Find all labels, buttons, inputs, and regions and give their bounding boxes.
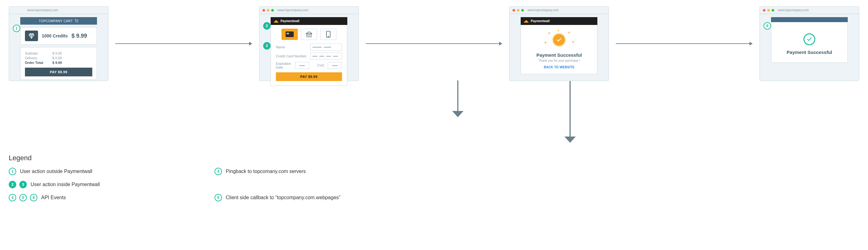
legend-badge-3: 3 (19, 181, 27, 188)
window-success: www.topcompany.com ◢◣ Paymentwall Paymen… (509, 6, 609, 81)
success-scene (526, 31, 592, 49)
diamond-icon (25, 31, 38, 41)
traffic-light-yellow-icon (267, 9, 269, 11)
step-badge-6: 6 (764, 22, 771, 30)
cart-icon (74, 19, 78, 23)
title-bar: www.topcompany.com (760, 6, 859, 14)
legend-badge-4: 4 (215, 168, 222, 175)
pay-amber-button[interactable]: PAY $9.99 (276, 72, 342, 81)
window-payment-form: www.topcompany.com 2 3 ◢◣ Paymentwall Na… (259, 6, 359, 81)
paymentwall-bar: ◢◣ Paymentwall (271, 17, 347, 25)
traffic-light-yellow-icon (517, 9, 520, 11)
traffic-light-red-icon (262, 9, 265, 11)
bank-icon (306, 31, 312, 37)
paymentwall-brand: Paymentwall (281, 19, 300, 23)
success-body: Payment Successful Thank you for your pu… (521, 25, 597, 74)
legend-heading: Legend (9, 154, 859, 162)
method-card[interactable] (282, 29, 298, 40)
order-total-value: $ 9.99 (52, 61, 62, 65)
window-url: www.topcompany.com (528, 8, 558, 12)
arrow-2-to-3 (366, 42, 503, 45)
success-subtitle: Thank you for your purchase ! (526, 59, 592, 62)
legend-badge-4b: 4 (9, 194, 16, 201)
cc-label: Credit Card Number (276, 54, 307, 58)
title-bar: www.topcompany.com (259, 6, 359, 14)
name-field[interactable] (310, 44, 342, 51)
sparkle-icon (558, 30, 559, 31)
legend-badge-5b: 5 (19, 194, 27, 201)
traffic-light-green-icon (772, 9, 774, 11)
svg-point-3 (328, 36, 329, 37)
window-url: www.topcompany.com (778, 8, 809, 12)
order-total-label: Order Total (25, 61, 45, 65)
traffic-light-red-icon (513, 9, 515, 11)
traffic-light-green-icon (521, 9, 524, 11)
cvc-label: CVC (317, 64, 324, 67)
svg-rect-2 (327, 31, 330, 37)
sparkle-icon (548, 32, 550, 34)
credit-card-icon (286, 31, 294, 37)
confirmation-body: Payment Successful (771, 22, 848, 63)
delivery-value: $ 0.00 (52, 56, 62, 60)
product-price: $ 9.99 (71, 33, 87, 39)
window-url: www.topcompany.com (27, 8, 58, 12)
check-outline-icon (803, 33, 815, 45)
exp-field[interactable] (295, 62, 309, 69)
sparkle-icon (572, 41, 574, 43)
legend-badge-2: 2 (9, 181, 16, 188)
legend-badge-5: 5 (215, 194, 222, 201)
product-name: 1000 Credits (42, 33, 68, 38)
subtotal-value: $ 9.99 (52, 52, 62, 55)
product-card: 1000 Credits $ 9.99 (20, 27, 97, 44)
cart-header-label: TOPCOMPANY CART (39, 19, 73, 23)
check-circle-icon (553, 34, 565, 46)
paymentwall-bar: ◢◣ Paymentwall (521, 17, 597, 25)
paymentwall-logo-icon: ◢◣ (274, 19, 279, 23)
paymentwall-logo-icon: ◢◣ (524, 19, 529, 23)
legend: Legend 1 User action outside Paymentwall… (9, 154, 859, 201)
arrow-3-to-4 (616, 42, 753, 45)
sparkle-icon (545, 42, 546, 44)
flow-stage: www.topcompany.com 1 TOPCOMPANY CART 100… (9, 6, 859, 81)
title-bar: www.topcompany.com (9, 6, 108, 14)
svg-point-1 (78, 22, 78, 23)
window-cart: www.topcompany.com 1 TOPCOMPANY CART 100… (9, 6, 108, 81)
window-confirmation: www.topcompany.com 6 Payment Successful (760, 6, 859, 81)
legend-text-2: User action inside Paymentwall (31, 182, 100, 187)
name-label: Name (276, 45, 307, 49)
legend-text-3: API Events (41, 195, 66, 200)
subtotal-label: Subtotal (25, 52, 45, 55)
cvc-field[interactable] (328, 62, 342, 69)
traffic-light-yellow-icon (767, 9, 770, 11)
topcompany-header (771, 17, 848, 22)
traffic-light-green-icon (271, 9, 274, 11)
legend-text-4: Pingback to topcomany.com servers (226, 169, 306, 174)
paymentwall-brand: Paymentwall (531, 19, 550, 23)
legend-text-1: User action outside Paymentwall (20, 169, 92, 174)
delivery-label: Delivery (25, 56, 45, 60)
legend-text-5: Client side callback to “topcompany.com.… (226, 195, 340, 200)
paymentwall-body: Name Credit Card Number Expiration Date … (271, 25, 347, 86)
cart-header: TOPCOMPANY CART (20, 17, 97, 25)
totals-card: Subtotal$ 9.99 Delivery$ 0.00 Order Tota… (20, 47, 97, 80)
pay-button[interactable]: PAY $9.99 (25, 68, 92, 76)
method-bank[interactable] (301, 29, 317, 40)
cc-field[interactable] (310, 53, 342, 60)
arrow-1-to-2 (115, 42, 252, 45)
legend-badge-6b: 6 (30, 194, 37, 201)
mobile-icon (326, 31, 331, 38)
window-url: www.topcompany.com (278, 8, 308, 12)
step-badge-1: 1 (13, 25, 20, 32)
sparkle-icon (568, 31, 570, 33)
legend-badge-1: 1 (9, 168, 16, 175)
exp-label: Expiration Date (276, 62, 292, 69)
back-to-website-link[interactable]: BACK TO WEBSITE (544, 65, 574, 69)
step-badge-2: 2 (263, 22, 271, 30)
method-mobile[interactable] (320, 29, 336, 40)
down-arrows-layer (9, 81, 859, 143)
svg-point-0 (76, 22, 76, 23)
success-title: Payment Successful (526, 52, 592, 58)
title-bar: www.topcompany.com (509, 6, 609, 14)
step-badge-3: 3 (263, 42, 271, 50)
traffic-light-red-icon (763, 9, 766, 11)
